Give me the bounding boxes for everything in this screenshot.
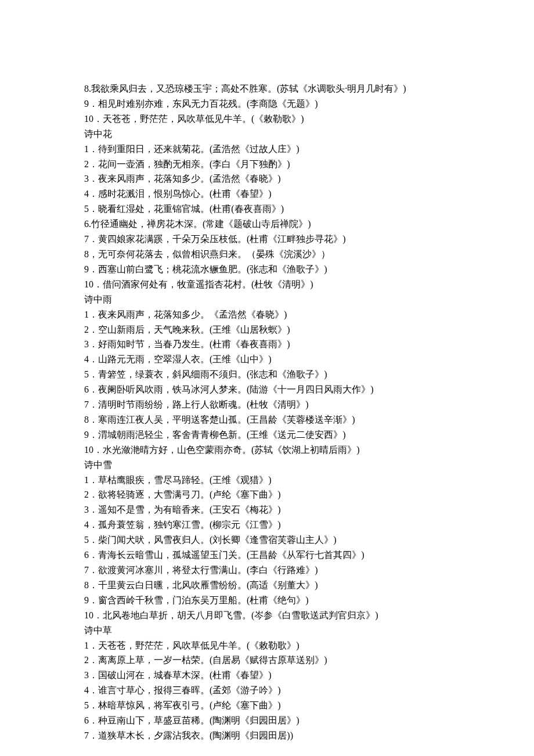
text-line: 8，无可奈何花落去，似曾相识燕归来。（晏殊《浣溪沙》） <box>84 247 450 262</box>
text-line: 5．柴门闻犬吠，风雪夜归人。(刘长卿《逢雪宿芙蓉山主人》) <box>84 532 450 548</box>
text-line: 6．夜阑卧听风吹雨，铁马冰河人梦来。(陆游《十一月四日风雨大作》) <box>84 382 450 397</box>
text-line: 6．种豆南山下，草盛豆苗稀。(陶渊明《归园田居》) <box>84 713 450 728</box>
text-line: 10．天苍苍，野茫茫，风吹草低见牛羊。(《敕勒歌》) <box>84 111 450 127</box>
text-line: 10．水光潋滟晴方好，山色空蒙雨亦奇。(苏轼《饮湖上初晴后雨》) <box>84 442 450 458</box>
text-line: 2．空山新雨后，天气晚来秋。(王维《山居秋螟》) <box>84 322 450 337</box>
text-line: 5．林暗草惊风，将军夜引弓。(卢纶《塞下曲》) <box>84 698 450 713</box>
text-line: 2．欲将轻骑逐，大雪满弓刀。(卢纶《塞下曲》) <box>84 487 450 502</box>
text-line: 3．夜来风雨声，花落知多少。(孟浩然《春晓》) <box>84 171 450 186</box>
document-page: 8.我欲乘风归去，又恐琼楼玉宇；高处不胜寒。(苏轼《水调歌头·明月几时有》) 9… <box>0 0 534 756</box>
text-line: 4．感时花溅泪，恨别鸟惊心。(杜甫《春望》) <box>84 186 450 201</box>
text-line: 1．草枯鹰眼疾，雪尽马蹄轻。(王维《观猎》) <box>84 473 450 488</box>
text-line: 7．道狭草木长，夕露沾我衣。(陶渊明《归园田居)) <box>84 728 450 743</box>
section-heading: 诗中花 <box>84 127 450 142</box>
text-line: 6．青海长云暗雪山，孤城遥望玉门关。(王昌龄《从军行七首其四》) <box>84 548 450 563</box>
text-line: 3．好雨知时节，当春乃发生。(杜甫《春夜喜雨》) <box>84 337 450 352</box>
text-line: 2．花间一壶酒，独酌无相亲。(李白《月下独酌》) <box>84 157 450 172</box>
text-line: 6.竹径通幽处，禅房花木深。(常建《题破山寺后禅院》) <box>84 217 450 232</box>
text-line: 8.我欲乘风归去，又恐琼楼玉宇；高处不胜寒。(苏轼《水调歌头·明月几时有》) <box>84 81 450 96</box>
text-line: 9．西塞山前白鹭飞；桃花流水鳜鱼肥。(张志和《渔歌子》) <box>84 262 450 277</box>
text-line: 1．待到重阳日，还来就菊花。(孟浩然《过故人庄》) <box>84 142 450 157</box>
text-line: 9．相见时难别亦难，东风无力百花残。(李商隐《无题》) <box>84 96 450 111</box>
section-heading: 诗中草 <box>84 623 450 638</box>
text-line: 7．黄四娘家花满蹊，千朵万朵压枝低。(杜甫《江畔独步寻花》) <box>84 232 450 247</box>
section-heading: 诗中雨 <box>84 292 450 307</box>
text-line: 4．谁言寸草心，报得三春晖。(孟郊《游子吟》) <box>84 683 450 698</box>
text-line: 1．天苍苍，野茫茫，风吹草低见牛羊。(《敕勒歌》) <box>84 638 450 653</box>
text-line: 4．孤舟蓑笠翁，独钓寒江雪。(柳宗元《江雪》) <box>84 517 450 532</box>
text-line: 7．清明时节雨纷纷，路上行人欲断魂。(杜牧《清明》) <box>84 397 450 412</box>
text-line: 3．遥知不是雪，为有暗香来。(王安石《梅花》) <box>84 502 450 517</box>
text-line: 1．夜来风雨声，花落知多少。《孟浩然《春晓》) <box>84 307 450 322</box>
text-line: 10．北风卷地白草折，胡天八月即飞雪。(岑参《白雪歌送武判官归京》) <box>84 608 450 623</box>
text-line: 4．山路元无雨，空翠湿人衣。(王维《山中》) <box>84 352 450 367</box>
text-line: 8．寒雨连江夜人吴，平明送客楚山孤。(王昌龄《芙蓉楼送辛渐》) <box>84 412 450 427</box>
text-line: 9．窗含西岭千秋雪，门泊东吴万里船。(杜甫《绝句》) <box>84 593 450 608</box>
text-line: 5．晓看红湿处，花重锦官城。(杜甫(春夜喜雨》) <box>84 201 450 217</box>
text-line: 8．千里黄云白日曛，北风吹雁雪纷纷。(高适《别董大》) <box>84 578 450 593</box>
section-heading: 诗中雪 <box>84 458 450 473</box>
text-line: 7．欲渡黄河冰塞川，将登太行雪满山。(李白《行路难》) <box>84 563 450 578</box>
text-line: 5．青箬笠，绿蓑衣，斜风细雨不须归。(张志和《渔歌子》) <box>84 367 450 382</box>
text-line: 10．借问酒家何处有，牧童遥指杏花村。(杜牧《清明》) <box>84 277 450 292</box>
text-line: 2．离离原上草，一岁一枯荣。(自居易《赋得古原草送别》) <box>84 653 450 668</box>
text-line: 3．国破山河在，城春草木深。(杜甫《春望》) <box>84 668 450 683</box>
text-line: 9．渭城朝雨浥轻尘，客舍青青柳色新。(王维《送元二使安西》) <box>84 427 450 442</box>
